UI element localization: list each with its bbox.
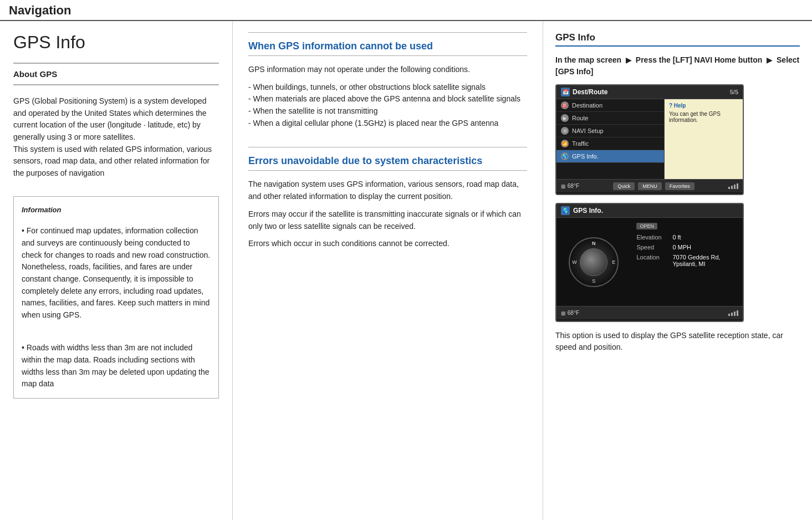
elevation-row: Elevation 0 ft <box>636 234 737 241</box>
compass: N S E W <box>569 237 619 287</box>
screen2-body: N S E W OPEN Elevation 0 ft Speed <box>556 218 743 306</box>
info-box-title: Information <box>22 205 211 216</box>
page-header: Navigation <box>0 0 812 21</box>
page-title: Navigation <box>9 3 71 17</box>
mid-divider-1b <box>248 55 527 56</box>
dest-route-icon: 📅 <box>561 88 570 96</box>
screen2-temp: ▩ 68°F <box>561 310 579 316</box>
location-label: Location <box>636 254 672 261</box>
menu-button[interactable]: MENU <box>638 182 662 190</box>
location-row: Location 7070 Geddes Rd, Ypsilanti, MI <box>636 254 737 267</box>
menu-item-route[interactable]: ▶ Route <box>556 112 664 125</box>
mid-section1-intro: GPS information may not operate under th… <box>248 64 527 76</box>
compass-east-label: E <box>612 259 615 265</box>
help-popup-text: You can get the GPS information. <box>669 111 738 123</box>
footer-buttons: Quick MENU Favorites <box>613 182 694 190</box>
menu-item-gps-info[interactable]: 🌎 GPS Info. <box>556 150 664 163</box>
mid-section-2: Errors unavoidable due to system charact… <box>248 147 527 249</box>
elevation-label: Elevation <box>636 234 672 241</box>
screen2-header: 🌎 GPS Info. <box>556 204 743 218</box>
compass-area: N S E W <box>556 218 631 306</box>
mid-section2-title: Errors unavoidable due to system charact… <box>248 155 527 167</box>
screen1-page: 5/5 <box>730 89 738 95</box>
navi-setup-icon: ⚙ <box>561 127 569 135</box>
arrow-icon-1: ▶ <box>626 56 631 64</box>
screen1-body: 🎯 Destination ▶ Route ⚙ NAVI Setup 📶 Tra… <box>556 99 743 179</box>
about-gps-heading: About GPS <box>13 69 219 79</box>
traffic-icon: 📶 <box>561 140 569 147</box>
screen-dest-route: 📅 Dest/Route 5/5 🎯 Destination ▶ Route <box>555 84 744 195</box>
signal-bar-s1 <box>728 314 730 316</box>
speed-row: Speed 0 MPH <box>636 244 737 251</box>
main-content: GPS Info About GPS GPS (Global Positioni… <box>0 21 812 520</box>
screen2-signal-bars <box>728 310 738 316</box>
menu-item-traffic-label: Traffic <box>572 140 589 147</box>
information-box: Information • For continued map updates,… <box>13 196 219 399</box>
elevation-value: 0 ft <box>672 234 681 241</box>
screen1-title: Dest/Route <box>573 88 607 96</box>
gps-info-panel: OPEN Elevation 0 ft Speed 0 MPH Location… <box>631 218 743 306</box>
route-icon: ▶ <box>561 114 569 122</box>
help-popup-title: ? Help <box>669 103 738 109</box>
speed-value: 0 MPH <box>672 244 691 251</box>
arrow-icon-2: ▶ <box>767 56 772 64</box>
mid-section1-title: When GPS information cannot be used <box>248 40 527 52</box>
open-badge: OPEN <box>636 223 657 229</box>
signal-bar-2 <box>731 186 733 189</box>
screen2-footer: ▩ 68°F <box>556 306 743 319</box>
destination-icon: 🎯 <box>561 101 569 109</box>
mid-divider-2b <box>248 170 527 171</box>
info-bullet-2: • Roads with widths less than 3m are not… <box>22 342 211 390</box>
menu-list: 🎯 Destination ▶ Route ⚙ NAVI Setup 📶 Tra… <box>556 99 665 179</box>
location-value: 7070 Geddes Rd, Ypsilanti, MI <box>672 254 737 267</box>
gps-body-text: GPS (Global Positioning System) is a sys… <box>13 95 219 180</box>
gps-info-title: GPS Info <box>13 32 219 53</box>
divider-1 <box>13 63 219 64</box>
favorites-button[interactable]: Favorites <box>665 182 694 190</box>
speed-label: Speed <box>636 244 672 251</box>
compass-north-label: N <box>592 241 596 246</box>
right-column: GPS Info In the map screen ▶ Press the [… <box>543 21 812 520</box>
menu-item-gps-info-label: GPS Info. <box>572 153 599 160</box>
quick-button[interactable]: Quick <box>613 182 635 190</box>
left-column: GPS Info About GPS GPS (Global Positioni… <box>0 21 233 520</box>
screen-gps-info: 🌎 GPS Info. N S E W OPEN Elevation <box>555 203 744 322</box>
help-popup: ? Help You can get the GPS information. <box>665 99 743 179</box>
menu-item-destination[interactable]: 🎯 Destination <box>556 99 664 112</box>
mid-section2-para1: The navigation system uses GPS informati… <box>248 178 527 202</box>
divider-2 <box>13 84 219 85</box>
right-section-title: GPS Info <box>555 32 800 47</box>
mid-section1-bullets: - When buildings, tunnels, or other obst… <box>248 81 527 130</box>
mid-divider-2 <box>248 147 527 147</box>
screen1-footer: ▩ 68°F Quick MENU Favorites <box>556 179 743 192</box>
compass-inner <box>580 248 607 276</box>
menu-item-navi-setup[interactable]: ⚙ NAVI Setup <box>556 125 664 137</box>
signal-bar-1 <box>728 187 730 189</box>
mid-divider-1 <box>248 32 527 33</box>
screen2-title: GPS Info. <box>573 207 603 215</box>
mid-section-1: When GPS information cannot be used GPS … <box>248 32 527 129</box>
signal-bars <box>728 183 738 189</box>
compass-south-label: S <box>592 278 595 284</box>
menu-item-destination-label: Destination <box>572 102 602 109</box>
signal-bar-s2 <box>731 313 733 316</box>
mid-section2-para3: Errors which occur in such conditions ca… <box>248 238 527 250</box>
screen1-temp: ▩ 68°F <box>561 183 579 189</box>
signal-bar-3 <box>734 185 736 189</box>
gps-info-icon: 🌎 <box>561 152 569 160</box>
menu-item-traffic[interactable]: 📶 Traffic <box>556 137 664 150</box>
menu-item-navi-setup-label: NAVI Setup <box>572 127 604 134</box>
right-description: This option is used to display the GPS s… <box>555 330 800 353</box>
signal-bar-s4 <box>737 310 738 316</box>
compass-west-label: W <box>572 259 577 265</box>
gps-info-screen-icon: 🌎 <box>561 206 570 215</box>
info-bullet-1: • For continued map updates, information… <box>22 225 211 321</box>
menu-item-route-label: Route <box>572 115 588 121</box>
middle-column: When GPS information cannot be used GPS … <box>233 21 543 520</box>
screen1-header: 📅 Dest/Route 5/5 <box>556 85 743 99</box>
signal-bar-s3 <box>734 312 736 316</box>
instruction-text: In the map screen ▶ Press the [LFT] NAVI… <box>555 54 800 78</box>
mid-section2-para2: Errors may occur if the satellite is tra… <box>248 208 527 232</box>
signal-bar-4 <box>737 183 738 189</box>
